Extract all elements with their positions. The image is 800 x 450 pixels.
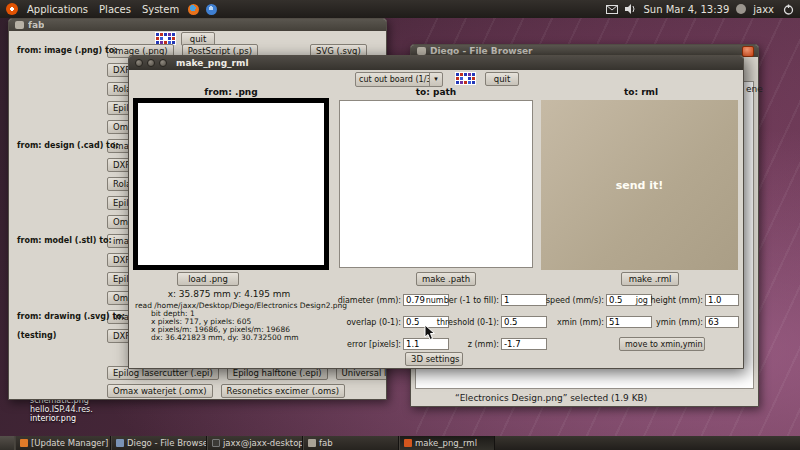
- jog-height-label: jog height (mm):: [624, 296, 703, 305]
- ubuntu-logo-icon[interactable]: [6, 3, 18, 15]
- taskbar: [Update Manager]Diego - File Browserjaxx…: [0, 436, 800, 450]
- settings-3d-button[interactable]: 3D settings: [405, 352, 463, 366]
- make-quit-button[interactable]: quit: [485, 72, 519, 86]
- move-to-xmin-ymin-button[interactable]: move to xmin,ymin: [619, 337, 705, 351]
- taskbar-item-label: [Update Manager]: [31, 438, 108, 448]
- fab-window-title: fab: [28, 20, 44, 30]
- overlap-label: overlap (0-1):: [309, 318, 401, 327]
- path-canvas[interactable]: [339, 100, 533, 268]
- clock[interactable]: Sun Mar 4, 13:39: [643, 4, 729, 15]
- cursor-coords-readout: x: 35.875 mm y: 4.195 mm: [139, 289, 319, 299]
- make-path-button[interactable]: make .path: [416, 272, 476, 286]
- taskbar-item-label: fab: [319, 438, 333, 448]
- fab-logo-icon: [455, 72, 476, 85]
- fab-section-label: from: drawing (.svg) to:: [17, 312, 125, 321]
- taskbar-item[interactable]: fab: [303, 436, 399, 450]
- taskbar-item-label: jaxx@jaxx-desktop: ~: [223, 438, 303, 448]
- maximize-button[interactable]: [159, 59, 167, 67]
- taskbar-item-label: Diego - File Browser: [127, 438, 207, 448]
- minimize-button[interactable]: [147, 59, 155, 67]
- ymin-input[interactable]: [705, 316, 739, 328]
- taskbar-item[interactable]: Diego - File Browser: [111, 436, 207, 450]
- clipped-filename-text: ene: [746, 84, 763, 94]
- fab-target-button[interactable]: Omax waterjet (.omx): [107, 384, 213, 398]
- desktop: schematic.pnghello.ISP.44.res.interior.p…: [0, 0, 800, 450]
- z-label: z (mm):: [415, 340, 499, 349]
- taskbar-item[interactable]: [Update Manager]: [15, 436, 111, 450]
- status-bar-text: “Electronics Design.png” selected (1.9 K…: [455, 393, 647, 403]
- rml-canvas[interactable]: send it!: [541, 100, 738, 270]
- speed-label: speed (mm/s):: [522, 296, 604, 305]
- menu-system[interactable]: System: [140, 4, 181, 15]
- folder-icon: [417, 47, 426, 55]
- preset-dropdown-value: cut out board (1/32): [356, 75, 429, 84]
- mouse-cursor: [424, 324, 436, 341]
- png-column-header: from: .png: [169, 87, 293, 97]
- make-window-title: make_png_rml: [176, 58, 249, 68]
- number-label: number (-1 to fill):: [415, 296, 499, 305]
- fab-window-icon: [15, 21, 24, 29]
- window-icon: [116, 439, 124, 447]
- window-icon: [404, 439, 412, 447]
- png-canvas[interactable]: [133, 98, 329, 270]
- top-panel: Applications Places System Sun Mar 4, 13…: [0, 0, 800, 18]
- taskbar-item[interactable]: make_png_rml: [399, 436, 495, 450]
- make-window-body: cut out board (1/32) ▾ quit from: .png t…: [129, 70, 743, 368]
- xmin-label: xmin (mm):: [522, 318, 604, 327]
- error-label: error [pixels]:: [309, 340, 401, 349]
- help-icon[interactable]: [206, 4, 217, 15]
- send-it-label: send it!: [616, 179, 664, 192]
- power-icon[interactable]: [783, 4, 794, 15]
- window-icon: [308, 439, 316, 447]
- z-input[interactable]: [501, 338, 547, 350]
- preset-dropdown[interactable]: cut out board (1/32) ▾: [355, 72, 443, 87]
- make-png-rml-window: make_png_rml cut out board (1/32) ▾ quit…: [128, 55, 744, 369]
- chevron-down-icon: ▾: [429, 73, 442, 86]
- username[interactable]: jaxx: [753, 4, 776, 15]
- make-titlebar[interactable]: make_png_rml: [129, 56, 743, 70]
- taskbar-item-label: make_png_rml: [415, 438, 477, 448]
- fab-titlebar[interactable]: fab: [9, 19, 386, 31]
- ymin-label: ymin (mm):: [624, 318, 703, 327]
- close-button[interactable]: [135, 59, 143, 67]
- user-icon: [736, 4, 746, 14]
- diameter-label: diameter (mm):: [309, 296, 401, 305]
- volume-icon[interactable]: [625, 4, 636, 14]
- menu-applications[interactable]: Applications: [25, 4, 90, 15]
- window-icon: [212, 439, 220, 447]
- jog-height-input[interactable]: [705, 294, 739, 306]
- mail-icon[interactable]: [606, 5, 618, 14]
- window-icon: [20, 439, 28, 447]
- load-png-button[interactable]: load .png: [177, 272, 239, 286]
- taskbar-item[interactable]: jaxx@jaxx-desktop: ~: [207, 436, 303, 450]
- fab-row: Omax waterjet (.omx)Resonetics excimer (…: [17, 384, 384, 399]
- fab-target-button[interactable]: Resonetics excimer (.oms): [221, 384, 345, 398]
- fab-section-label: from: image (.png) to:: [17, 46, 117, 55]
- show-desktop-button[interactable]: [0, 436, 15, 450]
- path-column-header: to: path: [374, 87, 498, 97]
- firefox-icon[interactable]: [188, 4, 199, 15]
- fab-section-label: (testing): [17, 331, 56, 340]
- desktop-icon-label[interactable]: interior.png: [30, 414, 76, 423]
- close-button[interactable]: [742, 46, 754, 57]
- make-rml-button[interactable]: make .rml: [621, 272, 679, 286]
- menu-places[interactable]: Places: [97, 4, 133, 15]
- fab-section-label: from: design (.cad) to:: [17, 141, 119, 150]
- fab-section-label: from: model (.stl) to:: [17, 236, 112, 245]
- rml-column-header: to: rml: [579, 87, 703, 97]
- desktop-icon-label[interactable]: hello.ISP.44.res.: [30, 405, 93, 414]
- taskbar-window-list: [Update Manager]Diego - File Browserjaxx…: [15, 436, 495, 450]
